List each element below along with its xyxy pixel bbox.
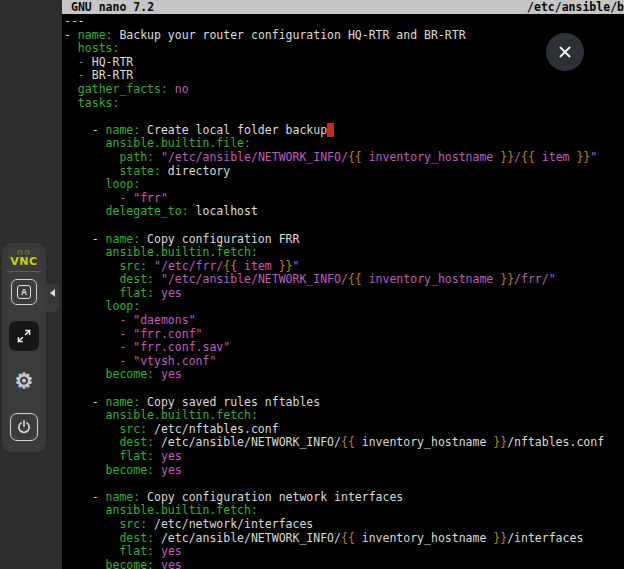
code-segment: tasks: xyxy=(78,96,120,110)
code-segment: - xyxy=(78,55,92,69)
code-segment: delegate_to: xyxy=(106,204,189,218)
code-segment: dest: xyxy=(119,435,154,449)
code-segment xyxy=(64,463,106,477)
code-segment: yes xyxy=(161,367,182,381)
code-segment: dest: xyxy=(119,272,154,286)
code-segment xyxy=(64,408,106,422)
code-segment xyxy=(154,367,161,381)
keyboard-a-icon: A xyxy=(17,285,31,299)
power-icon xyxy=(16,419,32,435)
code-segment xyxy=(154,272,161,286)
code-segment: name: xyxy=(106,490,141,504)
editor-line: state: directory xyxy=(64,165,624,179)
code-segment xyxy=(64,422,119,436)
code-segment xyxy=(64,299,106,313)
code-segment: ansible.builtin.fetch: xyxy=(106,245,258,259)
code-segment: hosts: xyxy=(78,41,120,55)
code-segment: {{ xyxy=(521,150,535,164)
code-segment xyxy=(64,204,106,218)
code-segment xyxy=(154,286,161,300)
code-segment xyxy=(64,272,119,286)
editor-line: become: yes xyxy=(64,368,624,382)
code-segment: ansible.builtin.fetch: xyxy=(106,408,258,422)
code-segment: " xyxy=(590,150,597,164)
code-segment xyxy=(64,340,119,354)
code-segment: directory xyxy=(161,164,230,178)
code-segment: /nftables.conf xyxy=(507,435,604,449)
code-segment: no xyxy=(175,82,189,96)
code-segment xyxy=(64,82,78,96)
code-segment: inventory_hostname xyxy=(355,435,493,449)
code-segment: - "frr" xyxy=(119,191,167,205)
editor-line: - name: Create local folder backup xyxy=(64,124,624,138)
editor-content[interactable]: ---- name: Backup your router configurat… xyxy=(62,14,624,569)
settings-button[interactable]: ⚙ xyxy=(11,367,37,393)
editor-line: src: /etc/network/interfaces xyxy=(64,518,624,532)
code-segment: name: xyxy=(106,232,141,246)
code-segment: - xyxy=(64,490,106,504)
code-segment xyxy=(64,558,106,569)
code-segment: ansible.builtin.file: xyxy=(106,136,251,150)
editor-line: dest: "/etc/ansible/NETWORK_INFO/{{ inve… xyxy=(64,273,624,287)
editor-line: loop: xyxy=(64,178,624,192)
code-segment: " xyxy=(293,259,300,273)
code-segment: become: xyxy=(106,367,154,381)
code-segment: {{ xyxy=(348,150,362,164)
code-segment: src: xyxy=(119,422,147,436)
code-segment: "/etc/ansible/NETWORK_INFO/ xyxy=(161,150,348,164)
editor-line: ansible.builtin.fetch: xyxy=(64,246,624,260)
code-segment xyxy=(154,558,161,569)
code-segment: }} xyxy=(493,531,507,545)
code-segment: - "daemons" xyxy=(119,313,195,327)
editor-line: gather_facts: no xyxy=(64,83,624,97)
fullscreen-button[interactable] xyxy=(9,321,39,351)
editor-line: dest: /etc/ansible/NETWORK_INFO/{{ inven… xyxy=(64,532,624,546)
code-segment: - xyxy=(64,28,78,42)
collapse-left-arrow-icon xyxy=(50,289,55,297)
code-segment: }} xyxy=(493,435,507,449)
editor-line: - HQ-RTR xyxy=(64,56,624,70)
code-segment: - xyxy=(64,123,106,137)
code-segment: item xyxy=(535,150,577,164)
code-segment: name: xyxy=(106,395,141,409)
editor-line: src: /etc/nftables.conf xyxy=(64,423,624,437)
code-segment xyxy=(147,259,154,273)
code-segment: name: xyxy=(106,123,141,137)
code-segment: state: xyxy=(119,164,161,178)
code-segment: {{ xyxy=(341,435,355,449)
editor-line: ansible.builtin.fetch: xyxy=(64,504,624,518)
editor-line: - "vtysh.conf" xyxy=(64,355,624,369)
code-segment: path: xyxy=(119,150,154,164)
code-segment: - xyxy=(64,395,106,409)
fullscreen-arrows-icon xyxy=(16,328,32,344)
code-segment: inventory_hostname xyxy=(362,272,500,286)
text-cursor xyxy=(327,123,334,137)
code-segment: become: xyxy=(106,463,154,477)
editor-line: ansible.builtin.fetch: xyxy=(64,409,624,423)
close-button[interactable] xyxy=(546,33,584,71)
power-button[interactable] xyxy=(10,413,38,441)
terminal[interactable]: GNU nano 7.2 /etc/ansible/b ---- name: B… xyxy=(62,0,624,569)
code-segment: }} xyxy=(500,272,514,286)
editor-line xyxy=(64,219,624,233)
code-segment xyxy=(64,517,119,531)
editor-line: flat: yes xyxy=(64,545,624,559)
code-segment: Copy configuration FRR xyxy=(140,232,299,246)
code-segment: HQ-RTR xyxy=(92,55,134,69)
code-segment: gather_facts: xyxy=(78,82,168,96)
code-segment xyxy=(168,82,175,96)
extra-keys-button[interactable]: A xyxy=(11,279,37,305)
nano-titlebar: GNU nano 7.2 /etc/ansible/b xyxy=(62,0,624,14)
code-segment: dest: xyxy=(119,531,154,545)
control-bar-handle[interactable] xyxy=(46,284,59,312)
code-segment xyxy=(154,544,161,558)
code-segment xyxy=(64,449,119,463)
editor-line: become: yes xyxy=(64,464,624,478)
code-segment xyxy=(64,286,119,300)
code-segment: BR-RTR xyxy=(92,68,134,82)
code-segment: }} xyxy=(500,150,514,164)
code-segment: {{ xyxy=(348,272,362,286)
code-segment: become: xyxy=(106,558,154,569)
code-segment xyxy=(64,164,119,178)
novnc-control-panel: no VNC A ⚙ xyxy=(2,243,46,452)
